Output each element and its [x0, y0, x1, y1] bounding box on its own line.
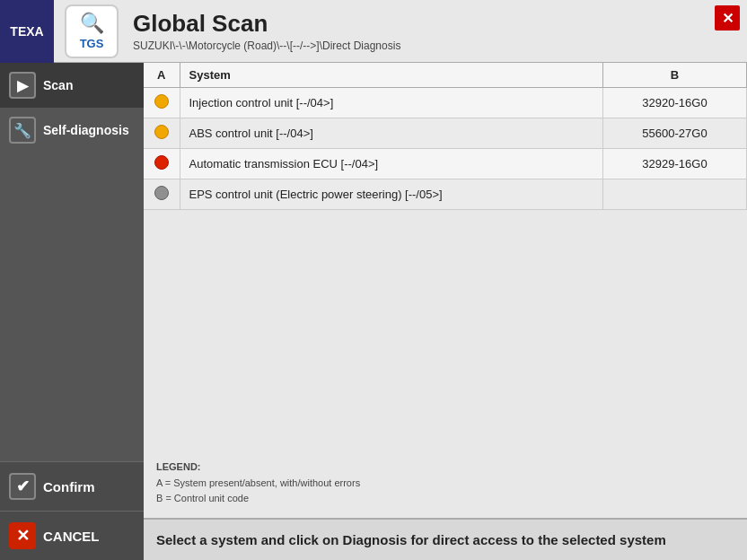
legend-line-2: B = Control unit code	[156, 491, 734, 507]
page-title: Global Scan	[133, 10, 400, 38]
status-indicator	[144, 179, 180, 210]
breadcrumb: SUZUKI\-\-\Motorcycle (Road)\--\[--/-->]…	[133, 39, 400, 52]
sidebar-spacer	[0, 153, 144, 461]
confirm-button[interactable]: ✔ Confirm	[0, 461, 144, 511]
legend-title: LEGEND:	[156, 459, 734, 476]
info-message: Select a system and click on Diagnosis f…	[144, 518, 747, 560]
sidebar-item-self-diagnosis[interactable]: 🔧 Self-diagnosis	[0, 108, 144, 153]
col-header-b: B	[603, 63, 747, 88]
title-bar: TEXA 🔍 TGS Global Scan SUZUKI\-\-\Motorc…	[0, 0, 747, 63]
unit-code: 55600-27G0	[603, 118, 747, 149]
tgs-logo: 🔍 TGS	[65, 4, 119, 58]
cancel-icon: ✕	[9, 522, 36, 549]
table-header-row: A System B	[144, 63, 747, 88]
self-diagnosis-icon: 🔧	[9, 117, 36, 144]
status-dot	[154, 186, 169, 200]
unit-code	[603, 179, 747, 210]
table-area: A System B Injection control unit [--/04…	[144, 63, 747, 452]
title-bar-left: TEXA 🔍 TGS Global Scan SUZUKI\-\-\Motorc…	[0, 0, 400, 63]
tgs-search-icon: 🔍	[80, 12, 104, 35]
play-icon: ▶	[9, 72, 36, 99]
table-row[interactable]: ABS control unit [--/04>]55600-27G0	[144, 118, 747, 149]
unit-code: 32920-16G0	[603, 88, 747, 118]
system-name: Injection control unit [--/04>]	[180, 88, 603, 118]
legend-line-1: A = System present/absent, with/without …	[156, 476, 734, 492]
status-indicator	[144, 149, 180, 179]
confirm-icon: ✔	[9, 473, 36, 500]
system-name: ABS control unit [--/04>]	[180, 118, 603, 149]
system-name: EPS control unit (Electric power steerin…	[180, 179, 603, 210]
status-dot	[154, 94, 169, 109]
col-header-system: System	[180, 63, 603, 88]
table-row[interactable]: Injection control unit [--/04>]32920-16G…	[144, 88, 747, 118]
status-dot	[154, 125, 169, 139]
unit-code: 32929-16G0	[603, 149, 747, 179]
table-row[interactable]: Automatic transmission ECU [--/04>]32929…	[144, 149, 747, 179]
status-dot	[154, 155, 169, 170]
system-name: Automatic transmission ECU [--/04>]	[180, 149, 603, 179]
legend: LEGEND: A = System present/absent, with/…	[144, 452, 747, 518]
table-row[interactable]: EPS control unit (Electric power steerin…	[144, 179, 747, 210]
systems-table: A System B Injection control unit [--/04…	[144, 63, 747, 210]
close-button[interactable]: ✕	[715, 5, 740, 31]
sidebar-selfdiag-label: Self-diagnosis	[43, 123, 129, 137]
sidebar-scan-label: Scan	[43, 78, 73, 92]
texa-logo: TEXA	[0, 0, 54, 63]
title-info: Global Scan SUZUKI\-\-\Motorcycle (Road)…	[133, 10, 400, 52]
main-layout: ▶ Scan 🔧 Self-diagnosis ✔ Confirm ✕ CANC…	[0, 63, 747, 560]
cancel-button[interactable]: ✕ CANCEL	[0, 511, 144, 560]
col-header-a: A	[144, 63, 180, 88]
status-indicator	[144, 118, 180, 149]
content-area: A System B Injection control unit [--/04…	[144, 63, 747, 560]
status-indicator	[144, 88, 180, 118]
confirm-label: Confirm	[43, 479, 95, 494]
sidebar: ▶ Scan 🔧 Self-diagnosis ✔ Confirm ✕ CANC…	[0, 63, 144, 560]
cancel-label: CANCEL	[43, 529, 100, 544]
sidebar-item-scan[interactable]: ▶ Scan	[0, 63, 144, 108]
